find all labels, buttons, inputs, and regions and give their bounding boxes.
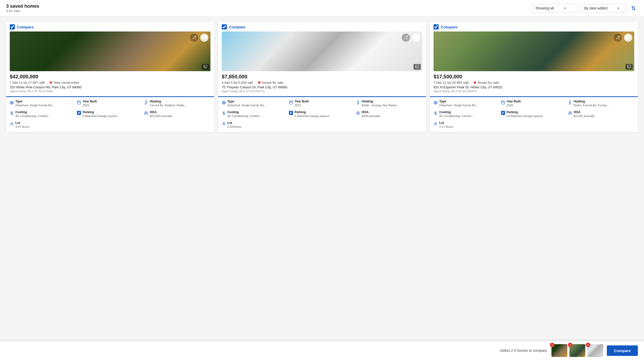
feature-parking-3: P Parking 14 Attached Garage spaces bbox=[501, 110, 567, 118]
svg-point-25 bbox=[223, 123, 224, 124]
property-details-2: 4 bds 5 ba 5,034 sqft · House for sale bbox=[222, 81, 422, 84]
feature-hoa-3: HOA $2,200 annually bbox=[568, 110, 634, 118]
showing-filter-label: Showing all bbox=[536, 6, 554, 10]
compare-label-1[interactable]: Compare bbox=[17, 25, 34, 29]
header-left: 3 saved homes 3 for sale bbox=[6, 4, 39, 13]
floor-plan-btn-1[interactable] bbox=[202, 64, 209, 70]
sort-direction-button[interactable] bbox=[629, 4, 638, 13]
property-mls-2: Agent listing, MLS ID #12200721 bbox=[222, 90, 422, 93]
sort-filter-chevron: ▾ bbox=[618, 6, 619, 10]
hoa-icon-1 bbox=[144, 111, 148, 116]
compare-bar-prompt: Select 2-5 homes to compare. bbox=[500, 348, 548, 353]
yearbuilt-text-2: Year Built 2021 bbox=[295, 100, 309, 107]
feature-parking-1: P Parking 6 Attached Garage spaces bbox=[77, 110, 143, 118]
overlay-icons-1 bbox=[190, 34, 208, 42]
card-top-1: Compare bbox=[6, 22, 214, 29]
heating-text-2: Heating Boiler - Energy Star Rated... bbox=[362, 100, 399, 107]
svg-point-36 bbox=[569, 112, 570, 113]
sort-filter-label: By date added bbox=[584, 6, 607, 10]
heating-icon-2 bbox=[356, 100, 360, 105]
feature-lot-1: Lot 4.97 Acres bbox=[10, 121, 76, 129]
main-content: Compare bbox=[0, 17, 644, 137]
status-dot-1 bbox=[50, 81, 52, 84]
compare-label-2[interactable]: Compare bbox=[229, 25, 246, 29]
property-image-3 bbox=[434, 31, 634, 71]
property-image-2 bbox=[222, 31, 422, 71]
heart-button-3[interactable] bbox=[624, 34, 632, 42]
compare-checkbox-1[interactable] bbox=[10, 24, 15, 29]
parking-text-1: Parking 6 Attached Garage spaces bbox=[83, 110, 117, 118]
svg-point-37 bbox=[435, 123, 436, 124]
share-button-1[interactable] bbox=[190, 34, 198, 42]
lot-icon-2 bbox=[222, 121, 226, 127]
compare-checkbox-3[interactable] bbox=[434, 24, 439, 29]
feature-heating-3: Heating Boiler, Forced Air, Furnac... bbox=[568, 100, 634, 107]
floor-plan-btn-2[interactable] bbox=[414, 64, 421, 70]
property-details-1: 7 bds 11 ba 17,567 sqft · New constructi… bbox=[10, 81, 210, 84]
for-sale-subtitle: 3 for sale bbox=[6, 9, 39, 13]
card-info-2: $7,850,000 4 bds 5 ba 5,034 sqft · House… bbox=[218, 71, 426, 96]
floor-plan-btn-3[interactable] bbox=[626, 64, 633, 70]
feature-hoa-1: HOA $22,650 annually bbox=[144, 110, 210, 118]
lot-icon-3 bbox=[434, 121, 438, 127]
parking-text-2: Parking 2 Attached Garage spaces bbox=[295, 110, 329, 118]
overlay-icons-3 bbox=[614, 34, 632, 42]
svg-rect-31 bbox=[501, 101, 505, 104]
share-button-2[interactable] bbox=[402, 34, 410, 42]
remove-thumb-2-button[interactable]: − bbox=[568, 343, 572, 347]
svg-point-12 bbox=[145, 112, 146, 113]
compare-bar: Select 2-5 homes to compare. − − − Compa… bbox=[0, 341, 644, 360]
yearbuilt-icon-3 bbox=[501, 100, 505, 105]
features-grid-1: Type Detached, Single Family Re... Year … bbox=[6, 100, 214, 132]
svg-rect-7 bbox=[77, 101, 80, 104]
cooling-text-2: Cooling Air Conditioning, Central ... bbox=[227, 110, 263, 118]
heart-button-2[interactable] bbox=[412, 34, 420, 42]
lot-text-2: Lot 0.29 Acres bbox=[227, 121, 241, 129]
yearbuilt-icon-2 bbox=[289, 100, 293, 105]
feature-cooling-3: Cooling Air Conditioning, Central ... bbox=[434, 110, 500, 118]
compare-thumb-3: − bbox=[587, 344, 603, 357]
property-price-2: $7,850,000 bbox=[222, 74, 422, 80]
cooling-text-3: Cooling Air Conditioning, Central ... bbox=[439, 110, 474, 118]
compare-thumb-2: − bbox=[569, 344, 585, 357]
card-info-3: $17,500,000 7 bds 11 ba 20,905 sqft · Ho… bbox=[430, 71, 638, 96]
features-grid-2: Type Detached, Single Family Re... Year … bbox=[218, 100, 426, 132]
hoa-icon-2 bbox=[356, 111, 360, 116]
card-divider-1 bbox=[6, 96, 214, 97]
card-divider-3 bbox=[430, 96, 638, 97]
property-mls-3: Agent listing, MLS ID #12200479 bbox=[434, 90, 634, 93]
type-text-1: Type Detached, Single Family Re... bbox=[15, 100, 54, 107]
compare-button[interactable]: Compare bbox=[607, 345, 638, 356]
heating-text-3: Heating Boiler, Forced Air, Furnac... bbox=[574, 100, 609, 107]
cooling-icon-2 bbox=[222, 111, 226, 116]
status-dot-2 bbox=[258, 81, 260, 84]
type-icon-1 bbox=[10, 100, 14, 105]
type-text-3: Type Detached, Single Family Re... bbox=[439, 100, 478, 107]
property-price-3: $17,500,000 bbox=[434, 74, 634, 80]
feature-yearbuilt-3: Year Built 2020 bbox=[501, 100, 567, 107]
type-icon-3 bbox=[434, 100, 438, 105]
feature-type-3: Type Detached, Single Family Re... bbox=[434, 100, 500, 107]
compare-label-3[interactable]: Compare bbox=[441, 25, 457, 29]
showing-filter-dropdown[interactable]: Showing all ▾ bbox=[532, 4, 578, 13]
properties-grid: Compare bbox=[6, 22, 638, 132]
heart-button-1[interactable] bbox=[200, 34, 208, 42]
compare-checkbox-2[interactable] bbox=[222, 24, 227, 29]
hoa-text-1: HOA $22,650 annually bbox=[150, 110, 172, 118]
feature-heating-1: Heating Forced Air, Radiant, Radia... bbox=[144, 100, 210, 107]
heating-icon-1 bbox=[144, 100, 148, 105]
remove-thumb-1-button[interactable]: − bbox=[550, 343, 555, 347]
status-dot-3 bbox=[474, 81, 476, 84]
svg-line-26 bbox=[617, 36, 619, 39]
share-button-3[interactable] bbox=[614, 34, 622, 42]
property-image-1 bbox=[10, 31, 210, 71]
hoa-icon-3 bbox=[568, 111, 572, 116]
remove-thumb-3-button[interactable]: − bbox=[586, 343, 590, 347]
card-info-1: $42,000,000 7 bds 11 ba 17,567 sqft · Ne… bbox=[6, 71, 214, 96]
feature-heating-2: Heating Boiler - Energy Star Rated... bbox=[356, 100, 422, 107]
sort-filter-dropdown[interactable]: By date added ▾ bbox=[580, 4, 627, 13]
feature-type-1: Type Detached, Single Family Re... bbox=[10, 100, 76, 107]
yearbuilt-text-3: Year Built 2020 bbox=[507, 100, 521, 107]
feature-yearbuilt-1: Year Built 2021 bbox=[77, 100, 143, 107]
feature-hoa-2: HOA $540 annually bbox=[356, 110, 422, 118]
